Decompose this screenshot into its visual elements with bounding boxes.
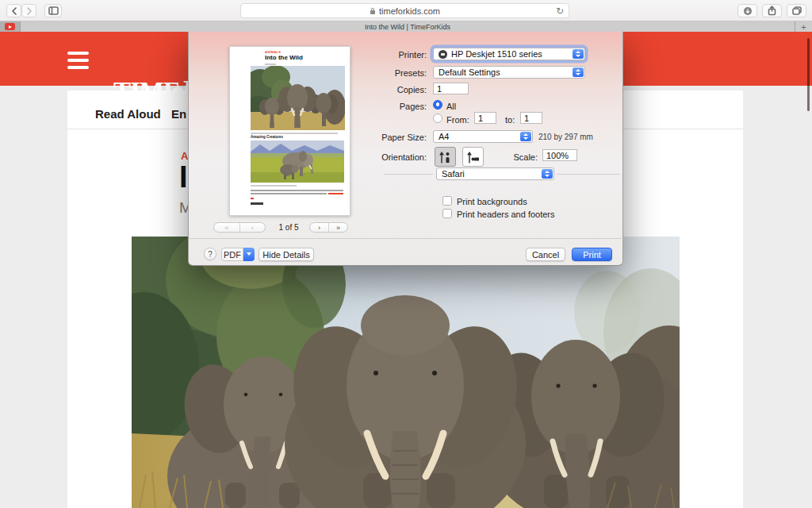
presets-value: Default Settings	[439, 67, 500, 77]
paper-size-stepper-icon	[520, 132, 531, 141]
preview-date-bar	[265, 64, 276, 65]
scale-input[interactable]: 100%	[542, 149, 577, 161]
forward-button[interactable]	[21, 4, 36, 17]
url-field[interactable]: timeforkids.com ↻	[240, 3, 569, 18]
paper-size-select[interactable]: A4	[433, 130, 533, 143]
presets-select[interactable]: Default Settings	[433, 66, 585, 79]
download-icon	[743, 6, 753, 16]
print-headers-label: Print headers and footers	[457, 210, 555, 219]
pdf-label: PDF	[221, 248, 243, 261]
help-button[interactable]: ?	[204, 248, 216, 260]
page-indicator: 1 of 5	[268, 223, 309, 232]
lock-icon	[370, 7, 376, 15]
preview-next-pager[interactable]: › »	[309, 222, 348, 233]
presets-label: Presets:	[347, 68, 427, 78]
pdf-chevron-down-icon	[243, 248, 255, 261]
printer-status-icon	[439, 50, 447, 59]
browser-toolbar: timeforkids.com ↻	[0, 0, 812, 21]
copies-input[interactable]: 1	[433, 83, 469, 94]
orientation-label: Orientation:	[347, 152, 427, 162]
print-headers-checkbox[interactable]	[442, 209, 452, 218]
pinned-tab-youtube[interactable]	[0, 21, 21, 32]
preview-caption-bar	[251, 133, 338, 134]
printer-select[interactable]: HP Deskjet 1510 series	[433, 48, 585, 60]
pane-divider-right	[557, 174, 620, 175]
preview-bold-word-bar	[251, 202, 263, 205]
presets-stepper-icon	[573, 67, 584, 77]
next-page-icon[interactable]: ›	[310, 223, 328, 232]
article-hero-photo-elephants	[132, 237, 680, 508]
preview-red-bar	[251, 198, 254, 199]
share-button[interactable]	[762, 4, 782, 17]
hide-details-button[interactable]: Hide Details	[259, 248, 314, 261]
preview-photo-elephant-herd	[251, 66, 345, 130]
printer-stepper-icon	[573, 49, 584, 59]
preview-caption-bar-2	[251, 185, 297, 187]
print-backgrounds-checkbox[interactable]	[442, 196, 452, 206]
pages-all-radio[interactable]	[433, 100, 442, 110]
settings-pane-value: Safari	[442, 169, 465, 179]
print-preview-page[interactable]: ANIMALS Into the Wild Amazing Creatures	[229, 46, 350, 216]
print-dialog: ANIMALS Into the Wild Amazing Creatures	[188, 32, 623, 266]
share-icon	[768, 6, 776, 16]
settings-pane-stepper-icon	[542, 169, 553, 179]
paper-size-label: Paper Size:	[347, 133, 427, 142]
print-backgrounds-label: Print backgrounds	[457, 197, 527, 206]
sidebar-icon	[48, 6, 59, 15]
active-tab[interactable]: Into the Wild | TimeForKids	[21, 21, 795, 32]
paper-size-dimensions: 210 by 297 mm	[538, 133, 593, 141]
preview-paragraph-bar-1	[251, 190, 343, 191]
read-aloud-button[interactable]: Read Aloud	[95, 107, 161, 121]
tabs-icon	[792, 6, 802, 15]
tab-overview-button[interactable]	[787, 4, 806, 17]
paper-size-value: A4	[439, 132, 449, 141]
back-button[interactable]	[6, 4, 21, 17]
preview-photo-elephant-and-calf	[251, 140, 344, 183]
first-page-icon[interactable]: «	[214, 223, 239, 232]
pages-range-radio[interactable]	[433, 114, 442, 123]
url-text: timeforkids.com	[379, 6, 440, 16]
new-tab-button[interactable]: +	[795, 21, 812, 32]
page-scrollbar[interactable]	[807, 38, 810, 111]
pdf-menu-button[interactable]: PDF	[221, 248, 255, 261]
pages-from-label: From:	[446, 115, 469, 125]
pages-to-input[interactable]: 1	[520, 112, 542, 124]
back-icon	[10, 6, 18, 16]
reload-icon[interactable]: ↻	[556, 6, 564, 17]
plus-icon: +	[801, 22, 806, 32]
print-button[interactable]: Print	[572, 248, 612, 261]
scale-label: Scale:	[450, 152, 538, 162]
sidebar-button[interactable]	[44, 4, 62, 17]
preview-link-bar	[328, 193, 343, 194]
settings-pane-select[interactable]: Safari	[436, 167, 554, 180]
forward-icon	[25, 6, 33, 16]
preview-prev-pager[interactable]: « ‹	[213, 222, 266, 233]
pages-to-label: to:	[505, 115, 515, 125]
question-mark-icon: ?	[208, 250, 213, 259]
tab-title: Into the Wild | TimeForKids	[365, 23, 450, 31]
footer-divider	[189, 238, 623, 239]
pages-all-label: All	[446, 102, 456, 111]
printer-label: Printer:	[347, 50, 427, 60]
pane-divider-left	[384, 174, 433, 175]
hamburger-menu-icon[interactable]	[67, 52, 89, 70]
pages-from-input[interactable]: 1	[474, 112, 496, 124]
prev-page-icon[interactable]: ‹	[239, 223, 266, 232]
last-page-icon[interactable]: »	[328, 223, 347, 232]
screen: TIME for K Subscribe ▼ Sign In Read Alou…	[0, 0, 812, 508]
pages-label: Pages:	[347, 102, 427, 111]
youtube-icon	[5, 23, 15, 30]
preview-paragraph-bar-2	[251, 193, 327, 194]
preview-subheading: Amazing Creatures	[251, 135, 283, 139]
copies-label: Copies:	[347, 85, 427, 94]
cancel-button[interactable]: Cancel	[526, 248, 565, 261]
preview-title: Into the Wild	[265, 54, 303, 61]
downloads-button[interactable]	[737, 4, 757, 17]
printer-value: HP Deskjet 1510 series	[451, 49, 542, 59]
